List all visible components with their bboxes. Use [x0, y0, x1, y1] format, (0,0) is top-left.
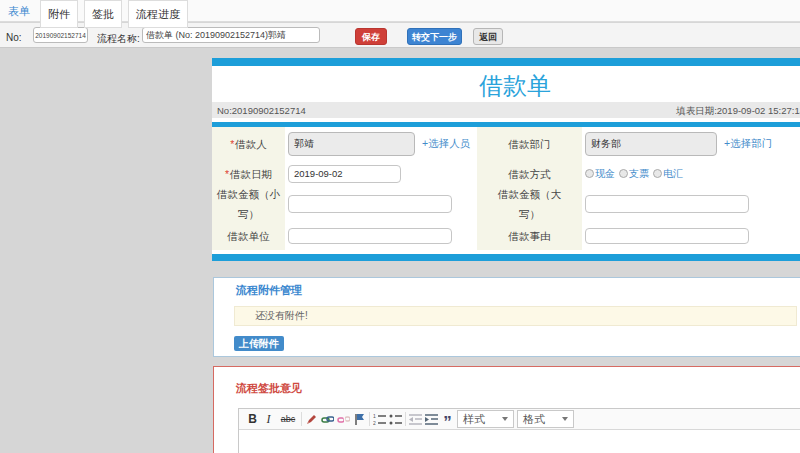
field-borrower: +选择人员: [285, 127, 477, 161]
field-loan-date: [285, 161, 477, 186]
form-no: No:20190902152714: [217, 105, 306, 116]
flag-icon[interactable]: [353, 412, 366, 427]
outdent-icon[interactable]: [409, 412, 422, 427]
ordered-list-icon[interactable]: 12: [373, 412, 386, 427]
select-department-link[interactable]: +选择部门: [724, 137, 772, 151]
save-button[interactable]: 保存: [355, 28, 387, 45]
chevron-down-icon: [502, 417, 508, 421]
next-step-button[interactable]: 转交下一步: [407, 28, 462, 45]
label-borrower: *借款人: [212, 127, 285, 161]
form-title: 借款单: [212, 66, 800, 102]
field-loan-reason: [582, 222, 800, 250]
unordered-list-icon[interactable]: [389, 412, 402, 427]
radio-icon[interactable]: [585, 169, 594, 178]
unlink-icon[interactable]: [337, 412, 350, 427]
form-date: 填表日期:2019-09-02 15:27:14: [676, 105, 800, 118]
form-subheader: No:20190902152714 填表日期:2019-09-02 15:27:…: [212, 102, 800, 118]
svg-text:2: 2: [373, 420, 376, 426]
radio-cheque[interactable]: 支票: [619, 167, 649, 181]
format-select[interactable]: 格式: [517, 410, 574, 428]
radio-cash[interactable]: 现金: [585, 167, 615, 181]
bold-icon[interactable]: B: [246, 412, 259, 427]
label-loan-date: *借款日期: [212, 161, 285, 186]
tab-progress[interactable]: 流程进度: [128, 0, 188, 28]
tab-bar: 表单 附件 签批 流程进度: [0, 0, 800, 22]
label-loan-method: 借款方式: [477, 161, 582, 186]
indent-icon[interactable]: [425, 412, 438, 427]
amount-upper-input[interactable]: [585, 195, 749, 213]
form-grid: *借款人 +选择人员 借款部门 +选择部门 *借款日期 借款方式 现金 支票 电…: [212, 127, 800, 250]
label-department: 借款部门: [477, 127, 582, 161]
amount-lower-input[interactable]: [288, 195, 452, 213]
field-department: +选择部门: [582, 127, 800, 161]
editor-content[interactable]: [239, 430, 800, 453]
department-input[interactable]: [585, 132, 717, 156]
loan-unit-input[interactable]: [288, 228, 452, 244]
flow-name-label: 流程名称:: [97, 32, 140, 46]
label-amount-lower: 借款金额（小写）: [212, 186, 285, 222]
field-amount-lower: [285, 186, 477, 222]
loan-date-input[interactable]: [288, 165, 401, 183]
tab-form[interactable]: 表单: [4, 0, 34, 22]
radio-icon[interactable]: [619, 169, 628, 178]
tab-attachment[interactable]: 附件: [40, 0, 78, 28]
no-input[interactable]: [33, 27, 88, 43]
label-amount-upper: 借款金额（大写）: [477, 186, 582, 222]
rich-text-editor: B I abc 12 ” 样式 格式: [238, 408, 800, 453]
attachment-section: 流程附件管理 还没有附件! 上传附件: [213, 277, 800, 357]
panel-top-bar: [212, 58, 800, 66]
back-button[interactable]: 返回: [473, 28, 503, 45]
flow-name-input[interactable]: [142, 27, 320, 43]
select-person-link[interactable]: +选择人员: [422, 137, 470, 151]
field-loan-method: 现金 支票 电汇: [582, 161, 800, 186]
label-loan-unit: 借款单位: [212, 222, 285, 250]
approval-title: 流程签批意见: [236, 381, 800, 396]
no-label: No:: [6, 32, 22, 43]
tab-sign[interactable]: 签批: [84, 0, 122, 28]
highlight-pen-icon[interactable]: [305, 412, 318, 427]
link-icon[interactable]: [321, 412, 334, 427]
blockquote-icon[interactable]: ”: [441, 412, 454, 427]
field-loan-unit: [285, 222, 477, 250]
loan-reason-input[interactable]: [585, 228, 749, 244]
panel-bottom-bar: [212, 254, 800, 261]
svg-text:1: 1: [373, 413, 376, 419]
approval-section: 流程签批意见 B I abc 12 ” 样式 格式: [213, 366, 800, 453]
label-loan-reason: 借款事由: [477, 222, 582, 250]
radio-wire[interactable]: 电汇: [653, 167, 683, 181]
italic-icon[interactable]: I: [262, 412, 275, 427]
borrower-input[interactable]: [288, 132, 415, 156]
editor-toolbar: B I abc 12 ” 样式 格式: [239, 409, 800, 430]
loan-form-panel: 借款单 No:20190902152714 填表日期:2019-09-02 15…: [212, 58, 800, 261]
upload-attachment-button[interactable]: 上传附件: [234, 336, 284, 351]
no-attachment-notice: 还没有附件!: [234, 306, 797, 326]
strikethrough-icon[interactable]: abc: [278, 412, 298, 427]
chevron-down-icon: [562, 417, 568, 421]
style-select[interactable]: 样式: [457, 410, 514, 428]
field-amount-upper: [582, 186, 800, 222]
attachment-title: 流程附件管理: [236, 283, 800, 298]
radio-icon[interactable]: [653, 169, 662, 178]
